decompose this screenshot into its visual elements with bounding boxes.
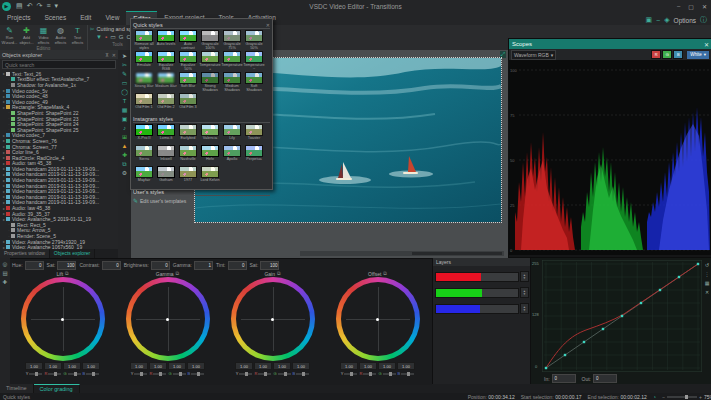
left-panel-tab-0[interactable]: Properties window [0, 249, 50, 258]
wheel-value-input[interactable]: 1.00 [235, 362, 253, 370]
grid-small-icon[interactable]: ▤ [2, 270, 7, 276]
instagram-style-toaster[interactable]: Toaster [243, 124, 265, 144]
quick-style-grayscale-50-[interactable]: Grayscale 50% [243, 30, 265, 50]
slider-thumb[interactable] [74, 372, 77, 376]
quick-style-strong-blur[interactable]: Strong Blur [133, 72, 155, 92]
rect-tool-icon[interactable]: ▭ [122, 79, 128, 87]
wheel-value-input[interactable]: 1.00 [149, 362, 167, 370]
channel-slider-y[interactable]: Y [131, 371, 148, 376]
slider-thumb[interactable] [245, 372, 248, 376]
instagram-style-nashville[interactable]: Nashville [177, 145, 199, 165]
layout-icon[interactable]: ▣ [645, 16, 652, 24]
quick-style-equalize-rgb[interactable]: Equalize RGB [155, 51, 177, 71]
red-layer-bar[interactable]: ▴▾ [435, 271, 529, 282]
grading-value-input[interactable]: 0 [25, 261, 44, 270]
slider-thumb[interactable] [302, 372, 305, 376]
zoom-slider-thumb[interactable] [685, 395, 688, 399]
quick-style-temperature[interactable]: Temperature [221, 51, 243, 71]
chart-tool-icon[interactable]: ▦ [122, 106, 128, 114]
instagram-style-lomo-fi[interactable]: Lomo-fi [155, 124, 177, 144]
slider-thumb[interactable] [35, 372, 38, 376]
wheel-value-input[interactable]: 1.00 [254, 362, 272, 370]
instagram-style-inkwell[interactable]: Inkwell [155, 145, 177, 165]
history-icon[interactable]: ≡ [46, 1, 50, 11]
slider-thumb[interactable] [284, 372, 287, 376]
channel-slider-b[interactable]: B [188, 371, 205, 376]
wheel-value-input[interactable]: 1.00 [340, 362, 358, 370]
sprite-tool-icon[interactable]: ⊞ [122, 133, 127, 141]
zoom-in-button[interactable]: + [699, 394, 702, 400]
text-tool-icon[interactable]: T [123, 97, 127, 105]
left-panel-tab-1[interactable]: Objects explorer [50, 249, 95, 258]
collapse-ribbon-icon[interactable]: − [656, 17, 660, 24]
green-channel-button[interactable]: G [662, 50, 672, 59]
settings-tool-icon[interactable]: ⚙ [122, 169, 127, 177]
wheel-center-dot[interactable] [376, 318, 379, 321]
scope-background-select[interactable]: White▾ [686, 50, 710, 60]
channel-slider-b[interactable]: B [83, 371, 100, 376]
slider-thumb[interactable] [350, 372, 353, 376]
wheel-value-input[interactable]: 1.00 [292, 362, 310, 370]
zoom-control[interactable]: −+75% [662, 394, 711, 400]
quick-style-grayscale-100-[interactable]: Grayscale 100% [199, 30, 221, 50]
quick-style-medium-blur[interactable]: Medium Blur [155, 72, 177, 92]
wheel-value-input[interactable]: 1.00 [168, 362, 186, 370]
gradient-icon[interactable]: G [119, 34, 124, 41]
color-wheel-gain[interactable] [231, 277, 315, 361]
fit-preview-icon[interactable]: ⤢ [500, 51, 506, 58]
wheel-value-input[interactable]: 1.00 [359, 362, 377, 370]
channel-slider-g[interactable]: G [168, 371, 185, 376]
stepper-buttons[interactable]: ▴▾ [520, 287, 529, 298]
delete-point-icon[interactable]: ✕ [705, 289, 709, 295]
ribbon-button-add-object-[interactable]: ✚Add object... [19, 26, 34, 45]
slider-thumb[interactable] [54, 372, 57, 376]
channel-slider-r[interactable]: R [254, 371, 271, 376]
channel-slider-y[interactable]: Y [341, 371, 358, 376]
instagram-style-mayfair[interactable]: Mayfair [133, 166, 155, 186]
marker-icon[interactable]: ▪ [105, 34, 107, 41]
instagram-style-sierra[interactable]: Sierra [133, 145, 155, 165]
grading-value-input[interactable]: 0 [228, 261, 247, 270]
wheel-value-input[interactable]: 1.00 [44, 362, 62, 370]
slider-thumb[interactable] [92, 372, 95, 376]
wheel-center-dot[interactable] [61, 318, 64, 321]
pen-icon[interactable]: ✎ [122, 70, 127, 78]
dup-tool-icon[interactable]: ⧉ [122, 160, 126, 168]
ellipse-tool-icon[interactable]: ◯ [121, 88, 128, 96]
instagram-style-perpetua[interactable]: Perpetua [243, 145, 265, 165]
copy-icon[interactable]: ⧉ [383, 270, 387, 277]
color-wheel-gamma[interactable] [126, 277, 210, 361]
wheel-value-input[interactable]: 1.00 [273, 362, 291, 370]
quick-style-soft-blur[interactable]: Soft Blur [177, 72, 199, 92]
rgb-curve-editor[interactable] [542, 260, 702, 372]
close-icon[interactable]: ✕ [702, 3, 707, 10]
filter-icon[interactable]: ▼ [96, 34, 102, 41]
slider-thumb[interactable] [264, 372, 267, 376]
channel-slider-g[interactable]: G [273, 371, 290, 376]
channel-slider-y[interactable]: Y [236, 371, 253, 376]
wheel-value-input[interactable]: 1.00 [378, 362, 396, 370]
reset-curve-icon[interactable]: ↺ [705, 262, 709, 268]
blue-channel-button[interactable]: B [673, 50, 683, 59]
channel-slider-r[interactable]: R [149, 371, 166, 376]
slider-thumb[interactable] [407, 372, 410, 376]
bottom-tab-color-grading[interactable]: Color grading [34, 384, 80, 393]
cursor-icon[interactable]: ➤ [122, 52, 127, 60]
wizard-tool-icon[interactable]: ▲ [122, 142, 128, 150]
green-layer-bar[interactable]: ▴▾ [435, 287, 529, 298]
grading-value-input[interactable]: 1 [194, 261, 213, 270]
instagram-style-earlybird[interactable]: Earlybird [177, 124, 199, 144]
wheel-value-input[interactable]: 1.00 [63, 362, 81, 370]
quick-style-equalize-50-[interactable]: Equalize 50% [177, 51, 199, 71]
wheel-value-input[interactable]: 1.00 [397, 362, 415, 370]
close-icon[interactable]: ✕ [112, 52, 116, 58]
rgb-dots-icon[interactable]: ⋮ [705, 271, 710, 277]
instagram-style-apollo[interactable]: Apollo [221, 145, 243, 165]
quick-style-medium-shadows[interactable]: Medium Shadows [221, 72, 243, 92]
more-icon[interactable]: ▾ [54, 1, 58, 11]
scissors-icon[interactable]: ✂ [122, 61, 127, 69]
channel-slider-y[interactable]: Y [26, 371, 43, 376]
blue-layer-bar[interactable]: ▴▾ [435, 303, 529, 314]
instagram-style-hefe[interactable]: Hefe [199, 145, 221, 165]
grid-toggle-icon[interactable]: ▦ [705, 280, 710, 286]
